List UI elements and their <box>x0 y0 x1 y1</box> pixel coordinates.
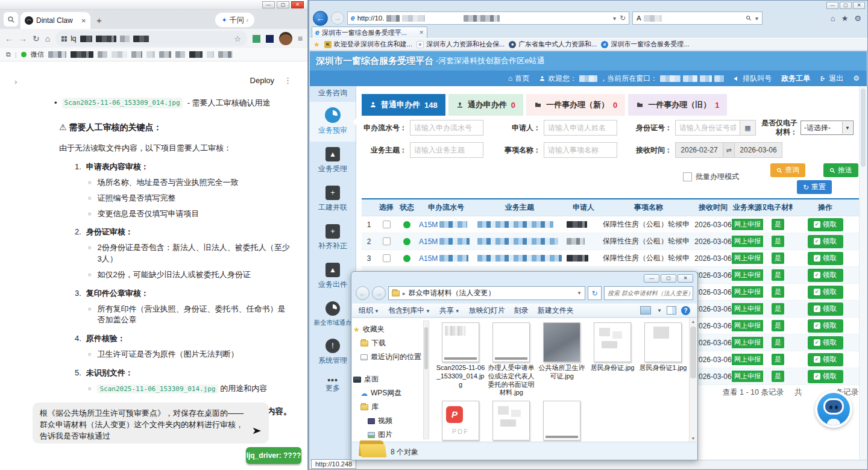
applicant-input[interactable] <box>544 120 617 136</box>
file-item[interactable]: 居民身份证1.jpg <box>638 322 688 397</box>
help-icon[interactable]: ? <box>681 306 690 315</box>
claim-button[interactable]: ✓领取 <box>808 336 843 349</box>
batch-checkbox[interactable] <box>683 172 692 181</box>
sidebar-item-consult[interactable]: 业务咨询 <box>310 86 356 102</box>
chat-input[interactable]: 根《据公共场所卫生许可预审要点》，对保存在桌面的——群众申请材料（法人变更）这个… <box>33 403 269 443</box>
bookmark-star-icon[interactable]: ☆ <box>234 34 241 43</box>
tab-close-icon[interactable]: ✕ <box>419 30 424 36</box>
row-checkbox[interactable] <box>383 221 391 228</box>
send-button[interactable] <box>252 427 263 439</box>
push-button[interactable]: 推送 <box>823 163 858 177</box>
settings-gear-icon[interactable]: ⚙ <box>853 74 860 83</box>
settings-gear-icon[interactable]: ⚙ <box>854 14 861 23</box>
close-button[interactable]: ✕ <box>678 274 693 283</box>
favorite-link[interactable]: e深圳市人力资源和社会保... <box>417 40 505 49</box>
batch-mode-toggle[interactable]: 批量办理模式 <box>683 172 739 182</box>
date-from-input[interactable] <box>675 142 723 158</box>
views-icon[interactable] <box>640 306 651 315</box>
search-dropdown-icon[interactable]: ▾ <box>755 15 758 22</box>
favorite-link[interactable]: e深圳市一窗综合服务受理... <box>601 40 689 49</box>
sidebar-item-system[interactable]: ! 系统管理 <box>310 333 356 372</box>
nav-libraries[interactable]: 库 <box>352 400 429 414</box>
scroll-up-icon[interactable]: ▲ <box>690 319 697 324</box>
sidebar-item-more[interactable]: ••• 更多 <box>310 372 356 400</box>
files-scrollbar[interactable]: ▲ ▼ <box>689 318 697 442</box>
sidebar-item-parallel[interactable]: + 工建并联 <box>310 180 356 219</box>
tab-one-thing-old[interactable]: 一件事办理（旧）1 <box>628 94 727 116</box>
close-button[interactable]: ✕ <box>291 1 304 8</box>
file-item[interactable]: 办理人受申请单位或法定代表人委托的书面证明材料.jpg <box>486 322 536 397</box>
sidebar-item-accept[interactable]: ▲ 业务受理 <box>310 142 356 180</box>
forward-button[interactable]: → <box>331 11 344 25</box>
favorites-star-icon[interactable]: ★ <box>841 14 849 23</box>
nav-wps-cloud[interactable]: ☁WPS网盘 <box>352 386 429 400</box>
eonly-select[interactable]: -请选择- ▼ <box>800 121 854 135</box>
claim-button[interactable]: ✓领取 <box>808 235 843 248</box>
address-breadcrumb[interactable]: ▸ 群众申请材料（法人变更） ▼ <box>388 286 585 300</box>
new-tab-button[interactable]: + <box>96 15 102 25</box>
tab-universal-cases[interactable]: 通办申办件0 <box>448 94 523 116</box>
tab-normal-cases[interactable]: 普通申办件148 <box>362 94 445 116</box>
id-card-reader-button[interactable]: ▦ <box>740 120 756 136</box>
query-button[interactable]: 查询 <box>770 163 805 177</box>
reload-icon[interactable]: ↻ <box>33 34 40 43</box>
nav-favorites[interactable]: ★收藏夹 <box>352 322 429 336</box>
back-button[interactable]: ← <box>313 11 328 26</box>
forward-button[interactable]: → <box>372 286 386 300</box>
share-menu[interactable]: 共享▼ <box>439 306 460 316</box>
queue-call-button[interactable]: 排队叫号 <box>734 74 772 84</box>
ie-search-box[interactable]: A ▾ <box>632 11 763 25</box>
sidebar-item-citywide[interactable]: 新全市域通办 <box>310 296 356 333</box>
ie-tab[interactable]: e 深圳市一窗综合服务受理平... ✕ <box>312 27 427 38</box>
nav-desktop[interactable]: 桌面 <box>352 372 429 386</box>
tab-one-thing-new[interactable]: 一件事办理（新）0 <box>526 94 625 116</box>
extension-green-icon[interactable] <box>253 35 260 43</box>
forward-icon[interactable]: → <box>19 34 27 43</box>
address-bar[interactable]: lq ☆ <box>55 31 247 46</box>
work-order-button[interactable]: 政务工单 <box>781 74 810 84</box>
claim-button[interactable]: ✓领取 <box>808 353 843 366</box>
home-icon[interactable]: ⌂ <box>45 34 50 43</box>
claim-button[interactable]: ✓领取 <box>808 302 843 316</box>
deploy-button[interactable]: Deploy <box>250 76 274 85</box>
item-input[interactable] <box>544 142 617 158</box>
sidebar-item-supplement[interactable]: + 补齐补正 <box>310 219 356 257</box>
claim-button[interactable]: ✓领取 <box>808 286 843 299</box>
claim-button[interactable]: ✓领取 <box>808 269 843 282</box>
claim-button[interactable]: ✓领取 <box>808 319 843 333</box>
row-checkbox[interactable] <box>383 254 391 262</box>
sidebar-collapse-chevron-icon[interactable]: › <box>14 77 17 86</box>
back-button[interactable]: ← <box>356 286 370 300</box>
favorite-link[interactable]: ●广东省集中式人力资源和... <box>509 40 597 49</box>
tab-search-button[interactable] <box>4 12 18 27</box>
favorites-star-icon[interactable]: ★ <box>313 40 320 49</box>
date-to-input[interactable] <box>734 142 782 158</box>
refresh-icon[interactable]: ↻ <box>620 14 626 22</box>
bookmarks-panel-icon[interactable]: ⧉ <box>6 51 11 58</box>
nav-downloads[interactable]: 下载 <box>352 336 429 350</box>
page-scrollbar[interactable] <box>859 86 867 460</box>
url-bar[interactable]: e http://10. ▾ ↻ <box>347 11 629 25</box>
organize-menu[interactable]: 组织▼ <box>359 306 379 316</box>
burn-button[interactable]: 刻录 <box>514 306 529 316</box>
profile-avatar[interactable] <box>279 32 292 45</box>
new-folder-button[interactable]: 新建文件夹 <box>538 306 574 316</box>
file-item[interactable]: Scan2025-11-06_153309_014.jpg <box>435 322 486 397</box>
preview-pane-icon[interactable] <box>667 306 676 315</box>
home-icon[interactable]: ⌂ <box>831 14 835 23</box>
back-icon[interactable]: ← <box>5 34 13 43</box>
nav-videos[interactable]: 视频 <box>352 414 429 428</box>
maximize-button[interactable]: ▢ <box>840 2 852 9</box>
file-item[interactable]: 公共场所卫生许可证.jpg <box>536 322 587 397</box>
close-button[interactable]: ✕ <box>853 2 865 9</box>
nav-recent-places[interactable]: 最近访问的位置 <box>352 350 429 364</box>
file-item[interactable]: P PDF <box>435 401 486 442</box>
sidebar-item-preview[interactable]: 业务预审 <box>310 102 356 142</box>
assistant-robot-mascot[interactable] <box>815 390 852 428</box>
serial-input[interactable] <box>410 120 483 136</box>
explorer-search-box[interactable]: 搜索 群众申请材料（法人变更） <box>604 286 693 300</box>
extension-navy-icon[interactable] <box>266 35 274 43</box>
url-dropdown-icon[interactable]: ▾ <box>613 15 616 22</box>
file-item[interactable]: 居民身份证.jpg <box>587 322 638 397</box>
nav-scrollbar[interactable] <box>423 321 429 439</box>
